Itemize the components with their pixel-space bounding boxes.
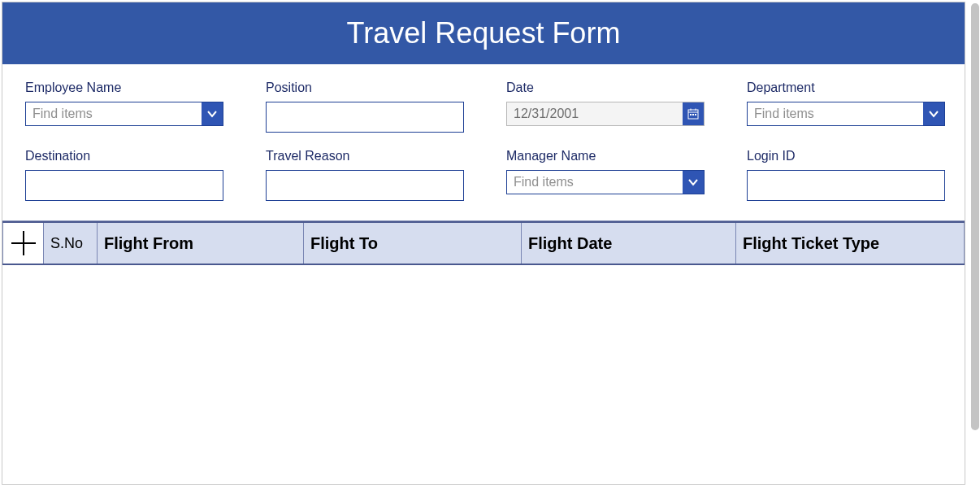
chevron-down-icon	[687, 176, 699, 188]
page-title-bar: Travel Request Form	[2, 2, 965, 64]
calendar-icon	[687, 108, 699, 120]
employee-name-combo[interactable]	[25, 102, 223, 126]
field-employee-name: Employee Name	[25, 81, 223, 133]
col-flight-ticket-type: Flight Ticket Type	[736, 222, 965, 264]
login-id-label: Login ID	[747, 149, 945, 163]
manager-name-label: Manager Name	[506, 149, 705, 163]
svg-rect-6	[695, 114, 696, 115]
destination-label: Destination	[25, 149, 223, 163]
manager-name-combo[interactable]	[506, 170, 705, 194]
position-input[interactable]	[266, 102, 464, 133]
employee-name-dropdown-button[interactable]	[202, 102, 223, 125]
field-manager-name: Manager Name	[506, 149, 705, 201]
travel-reason-label: Travel Reason	[266, 149, 464, 163]
department-combo[interactable]	[747, 102, 945, 126]
col-flight-to: Flight To	[304, 222, 522, 264]
add-row-cell	[3, 222, 44, 264]
department-input[interactable]	[748, 102, 923, 125]
date-picker-button[interactable]	[683, 102, 704, 125]
flights-table-wrap: S.No Flight From Flight To Flight Date F…	[2, 220, 965, 265]
travel-reason-input[interactable]	[266, 170, 464, 201]
col-sno: S.No	[44, 222, 98, 264]
svg-rect-4	[690, 114, 692, 115]
manager-name-dropdown-button[interactable]	[683, 171, 704, 194]
destination-input[interactable]	[25, 170, 223, 201]
col-flight-date: Flight Date	[522, 222, 736, 264]
manager-name-input[interactable]	[507, 171, 683, 194]
add-row-button[interactable]	[3, 223, 43, 264]
flights-table-header-row: S.No Flight From Flight To Flight Date F…	[3, 222, 965, 264]
date-input[interactable]	[507, 102, 683, 125]
employee-name-input[interactable]	[26, 102, 202, 125]
date-label: Date	[506, 81, 705, 95]
page-title: Travel Request Form	[347, 16, 621, 50]
department-label: Department	[747, 81, 945, 95]
field-travel-reason: Travel Reason	[266, 149, 464, 201]
svg-rect-5	[692, 114, 694, 115]
login-id-input[interactable]	[747, 170, 945, 201]
position-label: Position	[266, 81, 464, 95]
col-flight-from: Flight From	[98, 222, 304, 264]
flights-table: S.No Flight From Flight To Flight Date F…	[2, 221, 965, 265]
field-date: Date	[506, 81, 705, 133]
field-destination: Destination	[25, 149, 223, 201]
department-dropdown-button[interactable]	[923, 102, 944, 125]
plus-icon	[10, 229, 37, 257]
chevron-down-icon	[928, 108, 939, 120]
vertical-scrollbar[interactable]	[970, 2, 980, 485]
chevron-down-icon	[206, 108, 218, 120]
employee-name-label: Employee Name	[25, 81, 223, 95]
app-frame: Travel Request Form Employee Name Positi…	[2, 2, 965, 485]
form-area: Employee Name Position Date	[2, 64, 965, 220]
field-login-id: Login ID	[747, 149, 945, 201]
scrollbar-thumb[interactable]	[971, 3, 979, 430]
date-picker[interactable]	[506, 102, 705, 126]
field-department: Department	[747, 81, 945, 133]
field-position: Position	[266, 81, 464, 133]
